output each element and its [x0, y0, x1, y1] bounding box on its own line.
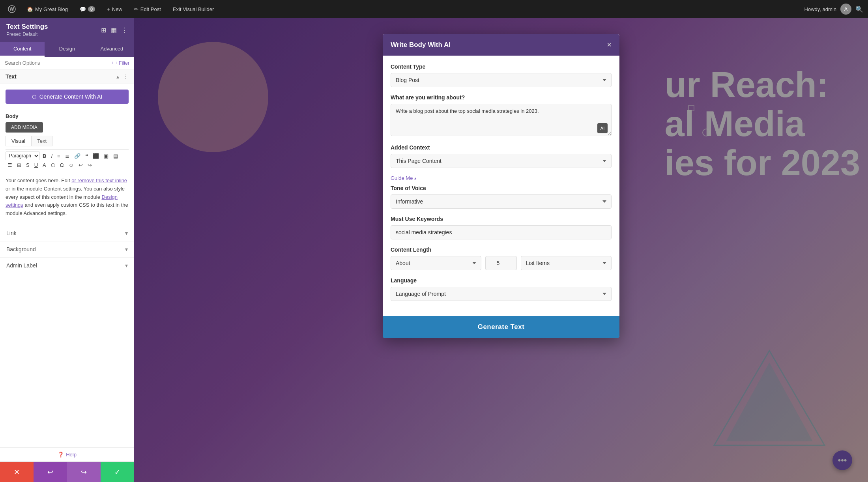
background-chevron-down-icon: ▾	[125, 246, 128, 252]
more-icon[interactable]: ⋮	[122, 26, 128, 34]
sidebar-tabs: Content Design Advanced	[0, 42, 134, 57]
font-color-button[interactable]: A	[41, 161, 48, 169]
editor-text-3: and even apply custom CSS to this text i…	[6, 202, 128, 216]
content-length-label: Content Length	[391, 247, 612, 253]
indent-button[interactable]: ⬡	[49, 161, 57, 169]
content-type-label: Content Type	[391, 64, 612, 70]
more-options-icon[interactable]: ⋮	[123, 73, 129, 80]
editor-content[interactable]: Your content goes here. Edit or remove t…	[6, 174, 129, 221]
sidebar-bottom: ❓ Help	[0, 447, 134, 461]
ai-icon: ⬡	[32, 94, 36, 100]
guide-me-arrow-icon: ▴	[414, 176, 416, 180]
modal-title: Write Body With AI	[391, 41, 451, 49]
underline-button[interactable]: U	[32, 161, 40, 169]
sidebar-preset: Preset: Default	[6, 32, 48, 37]
grid-icon[interactable]: ⊞	[101, 26, 106, 34]
search-input[interactable]	[5, 60, 108, 66]
new-button-bar[interactable]: + New	[103, 5, 126, 14]
tab-design[interactable]: Design	[45, 42, 89, 57]
tone-select[interactable]: Informative Casual Formal Persuasive Hum…	[391, 194, 612, 209]
help-link[interactable]: ❓ Help	[58, 452, 77, 458]
edit-post-bar[interactable]: ✏ Edit Post	[130, 5, 165, 14]
generate-ai-button[interactable]: ⬡ Generate Content With AI	[6, 90, 129, 104]
wp-logo-icon[interactable]: W	[5, 2, 19, 16]
filter-button[interactable]: + + Filter	[111, 60, 129, 66]
tone-group: Tone of Voice Informative Casual Formal …	[391, 185, 612, 209]
redo-button[interactable]: ↪	[86, 161, 94, 169]
filter-plus-icon: +	[111, 60, 114, 66]
emoji-button[interactable]: ☺	[66, 161, 75, 169]
columns-icon[interactable]: ▦	[111, 26, 117, 34]
added-context-select[interactable]: This Page Content None Custom	[391, 154, 612, 168]
ai-textarea-icon[interactable]: AI	[597, 123, 608, 133]
editor-tabs: Visual Text	[6, 136, 129, 146]
editor-text-1: Your content goes here. Edit	[6, 177, 71, 183]
undo-button[interactable]: ↩	[77, 161, 85, 169]
site-name-bar[interactable]: 🏠 My Great Blog	[23, 5, 72, 14]
content-type-group: Content Type Blog Post Article Social Me…	[391, 64, 612, 87]
align-justify-button[interactable]: ☰	[6, 161, 14, 169]
table-button[interactable]: ⊞	[15, 161, 23, 169]
exit-builder-bar[interactable]: Exit Visual Builder	[169, 5, 218, 14]
modal-close-button[interactable]: ×	[607, 40, 612, 49]
editor-toolbar: Paragraph B I ≡ ≣ 🔗 ❝ ⬛ ▣ ▤ ☰ ⊞ S U A ⬡ …	[6, 149, 129, 171]
sidebar-header: Text Settings Preset: Default ⊞ ▦ ⋮	[0, 18, 134, 42]
content-type-select[interactable]: Blog Post Article Social Media Post Emai…	[391, 73, 612, 87]
main-canvas: ur Reach: al Media ies for 2023 ••• Writ…	[134, 18, 868, 482]
admin-chevron-down-icon: ▾	[125, 262, 128, 269]
modal-overlay: Write Body With AI × Content Type Blog P…	[134, 18, 868, 482]
bold-button[interactable]: B	[41, 152, 48, 160]
keywords-group: Must Use Keywords	[391, 216, 612, 239]
link-section[interactable]: Link ▾	[0, 225, 134, 241]
wp-admin-bar: W 🏠 My Great Blog 💬 0 + New ✏ Edit Post …	[0, 0, 868, 18]
ai-modal: Write Body With AI × Content Type Blog P…	[383, 34, 619, 338]
tab-advanced[interactable]: Advanced	[90, 42, 134, 57]
strikethrough-button[interactable]: S	[24, 161, 32, 169]
italic-button[interactable]: I	[49, 152, 54, 160]
sidebar: Text Settings Preset: Default ⊞ ▦ ⋮ Cont…	[0, 18, 134, 482]
background-label: Background	[6, 246, 36, 252]
add-media-button[interactable]: ADD MEDIA	[6, 122, 43, 133]
unordered-list-button[interactable]: ≡	[55, 152, 62, 160]
content-length-unit-select[interactable]: List Items Paragraphs Sentences Words	[521, 256, 612, 270]
writing-about-label: What are you writing about?	[391, 94, 612, 101]
generate-text-button[interactable]: Generate Text	[383, 316, 619, 338]
search-icon[interactable]: 🔍	[855, 6, 863, 13]
tab-content[interactable]: Content	[0, 42, 45, 57]
content-length-select[interactable]: About Exactly At least At most	[391, 256, 481, 270]
align-center-button[interactable]: ▣	[102, 152, 110, 160]
chevron-up-icon[interactable]: ▴	[116, 73, 119, 80]
ordered-list-button[interactable]: ≣	[63, 152, 71, 160]
align-right-button[interactable]: ▤	[111, 152, 120, 160]
generate-footer-wrapper: Generate Text	[383, 316, 619, 338]
cancel-button[interactable]: ✕	[0, 462, 34, 482]
tab-text[interactable]: Text	[31, 136, 52, 146]
editor-link1[interactable]: or remove this text inline	[71, 177, 127, 183]
sidebar-title: Text Settings	[6, 23, 48, 31]
redo-button-bottom[interactable]: ↪	[67, 462, 101, 482]
modal-footer: Generate Text	[383, 316, 619, 338]
body-label: Body	[6, 113, 129, 119]
paragraph-select[interactable]: Paragraph	[6, 151, 40, 160]
keywords-input[interactable]	[391, 225, 612, 239]
link-chevron-down-icon: ▾	[125, 230, 128, 236]
align-left-button[interactable]: ⬛	[91, 152, 101, 160]
content-length-number-input[interactable]	[485, 256, 517, 270]
sidebar-title-area: Text Settings Preset: Default	[6, 23, 48, 37]
special-char-button[interactable]: Ω	[58, 161, 66, 169]
background-section[interactable]: Background ▾	[0, 241, 134, 257]
text-section-header[interactable]: Text ▴ ⋮	[0, 69, 134, 84]
link-button[interactable]: 🔗	[72, 152, 82, 160]
tab-visual[interactable]: Visual	[6, 136, 31, 146]
language-select[interactable]: Language of Prompt English Spanish Frenc…	[391, 287, 612, 301]
comment-icon: 💬	[80, 6, 86, 12]
admin-label-section[interactable]: Admin Label ▾	[0, 257, 134, 273]
guide-me-link[interactable]: Guide Me ▴	[391, 175, 416, 181]
undo-button-bottom[interactable]: ↩	[34, 462, 67, 482]
body-section: Body ADD MEDIA Visual Text Paragraph B I…	[0, 109, 134, 225]
added-context-label: Added Context	[391, 144, 612, 151]
confirm-button[interactable]: ✓	[101, 462, 134, 482]
blockquote-button[interactable]: ❝	[83, 152, 90, 160]
comments-bar[interactable]: 💬 0	[76, 5, 99, 14]
writing-about-textarea[interactable]	[391, 104, 612, 136]
